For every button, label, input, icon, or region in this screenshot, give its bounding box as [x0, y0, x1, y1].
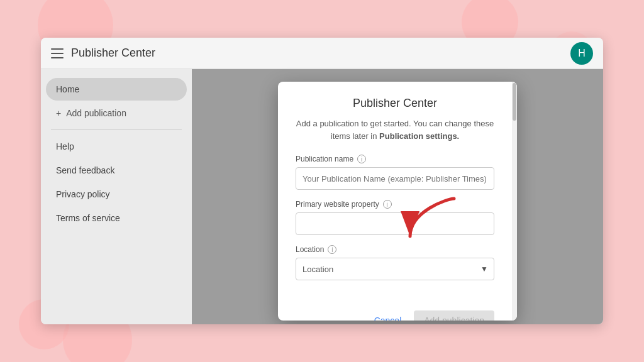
modal-description-bold: Publication settings. — [379, 131, 459, 141]
sidebar-item-home[interactable]: Home — [46, 78, 187, 101]
pub-name-info-icon[interactable]: i — [357, 155, 366, 163]
sidebar-feedback-label: Send feedback — [56, 165, 114, 175]
form-group-pub-name: Publication name i — [296, 155, 494, 190]
modal-scrollbar[interactable] — [512, 82, 517, 321]
location-select-wrapper: Location ▼ — [296, 258, 494, 280]
modal-title: Publisher Center — [296, 97, 494, 110]
modal-description: Add a publication to get started. You ca… — [296, 118, 494, 142]
app-window: Publisher Center H Home + Add publicatio… — [41, 38, 603, 324]
sidebar-help-label: Help — [56, 141, 74, 151]
sidebar-item-terms[interactable]: Terms of service — [46, 207, 187, 229]
pub-name-input[interactable] — [296, 167, 494, 190]
sidebar-item-privacy[interactable]: Privacy policy — [46, 183, 187, 206]
location-label-row: Location i — [296, 245, 494, 254]
website-info-icon[interactable]: i — [383, 200, 392, 209]
location-info-icon[interactable]: i — [328, 245, 336, 254]
app-body: Home + Add publication Help Send feedbac… — [41, 69, 603, 324]
sidebar-item-feedback[interactable]: Send feedback — [46, 159, 187, 182]
main-content: Publisher Center Add a publication to ge… — [192, 69, 603, 324]
sidebar-home-label: Home — [56, 84, 79, 94]
pub-name-label-row: Publication name i — [296, 155, 494, 163]
sidebar-item-help[interactable]: Help — [46, 135, 187, 158]
website-label: Primary website property — [296, 200, 379, 209]
location-select[interactable]: Location — [296, 258, 494, 280]
sidebar-add-label: Add publication — [66, 108, 126, 118]
form-group-website: Primary website property i — [296, 200, 494, 235]
plus-icon: + — [56, 108, 61, 118]
scrollbar-thumb — [513, 83, 516, 121]
website-label-row: Primary website property i — [296, 200, 494, 209]
top-bar: Publisher Center H — [41, 38, 603, 69]
sidebar-terms-label: Terms of service — [56, 213, 120, 223]
sidebar: Home + Add publication Help Send feedbac… — [41, 69, 192, 324]
pub-name-label: Publication name — [296, 155, 353, 163]
user-avatar[interactable]: H — [570, 42, 593, 65]
sidebar-privacy-label: Privacy policy — [56, 189, 110, 199]
add-publication-button[interactable]: Add publication — [414, 310, 494, 321]
website-input[interactable] — [296, 212, 494, 235]
sidebar-bottom: Help Send feedback Privacy policy Terms … — [41, 135, 192, 229]
form-group-location: Location i Location ▼ — [296, 245, 494, 280]
cancel-button[interactable]: Cancel — [367, 310, 409, 321]
sidebar-item-add-publication[interactable]: + Add publication — [46, 102, 187, 124]
modal-inner: Publisher Center Add a publication to ge… — [278, 82, 517, 303]
modal-footer: Cancel Add publication — [278, 303, 517, 321]
modal-dialog: Publisher Center Add a publication to ge… — [278, 82, 517, 321]
app-title: Publisher Center — [71, 47, 155, 60]
sidebar-divider — [51, 129, 182, 130]
menu-icon[interactable] — [51, 48, 64, 58]
modal-overlay: Publisher Center Add a publication to ge… — [192, 69, 603, 324]
location-label: Location — [296, 245, 324, 254]
